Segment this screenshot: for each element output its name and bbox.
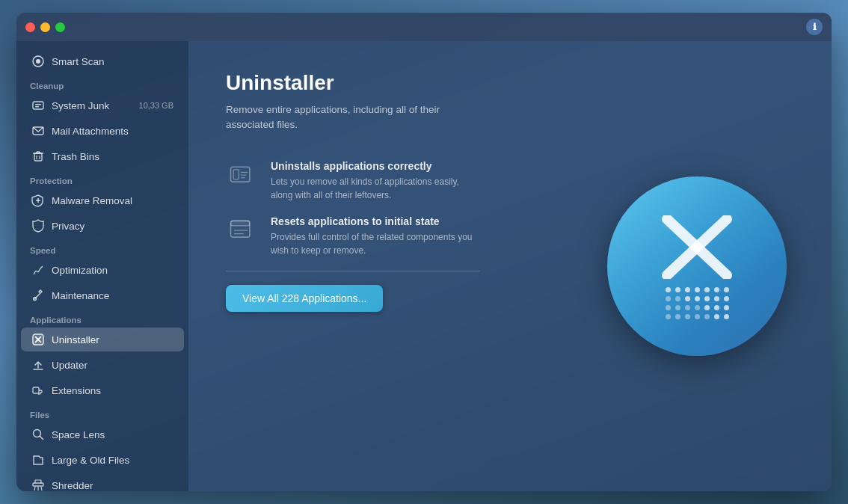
sidebar-item-smart-scan-label: Smart Scan xyxy=(52,56,173,67)
sidebar-section-speed: Speed xyxy=(16,239,188,257)
traffic-lights xyxy=(25,22,65,32)
svg-rect-4 xyxy=(35,106,39,108)
trash-icon xyxy=(31,150,45,163)
uninstaller-label: Uninstaller xyxy=(52,334,173,345)
updater-label: Updater xyxy=(52,360,173,371)
main-header: Uninstaller Remove entire applications, … xyxy=(226,71,794,133)
sidebar-item-updater[interactable]: Updater xyxy=(21,353,184,377)
svg-rect-26 xyxy=(33,483,43,486)
svg-rect-6 xyxy=(34,153,42,161)
maintenance-icon xyxy=(31,289,45,302)
svg-line-18 xyxy=(40,266,43,268)
feature-reset-text: Resets applications to initial state Pro… xyxy=(271,215,480,257)
mail-attachments-label: Mail Attachments xyxy=(52,126,173,137)
page-subtitle: Remove entire applications, including al… xyxy=(226,102,480,133)
sidebar: Smart Scan Cleanup System Junk 10,33 GB xyxy=(16,41,188,491)
sidebar-item-smart-scan[interactable]: Smart Scan xyxy=(21,49,184,73)
privacy-label: Privacy xyxy=(52,221,173,232)
sidebar-section-cleanup: Cleanup xyxy=(16,74,188,93)
svg-rect-2 xyxy=(33,102,43,109)
space-lens-label: Space Lens xyxy=(52,429,173,440)
svg-line-15 xyxy=(34,271,36,274)
maximize-button[interactable] xyxy=(55,22,65,32)
svg-rect-3 xyxy=(35,104,41,105)
main-content: Uninstaller Remove entire applications, … xyxy=(188,41,832,491)
sidebar-item-large-old-files[interactable]: Large & Old Files xyxy=(21,448,184,472)
feature-uninstall-text: Uninstalls applications correctly Lets y… xyxy=(271,160,480,202)
mail-icon xyxy=(31,124,45,138)
sidebar-section-files: Files xyxy=(16,403,188,422)
hero-icon xyxy=(607,176,787,356)
sidebar-item-malware-removal[interactable]: Malware Removal xyxy=(21,188,184,212)
system-junk-badge: 10,33 GB xyxy=(139,101,173,110)
svg-rect-23 xyxy=(33,387,39,393)
space-lens-icon xyxy=(31,428,45,441)
feature-reset-title: Resets applications to initial state xyxy=(271,215,480,227)
svg-line-27 xyxy=(34,487,35,491)
feature-reset-desc: Provides full control of the related com… xyxy=(271,230,480,257)
sidebar-item-privacy[interactable]: Privacy xyxy=(21,214,184,238)
close-button[interactable] xyxy=(25,22,35,32)
extensions-icon xyxy=(31,384,45,397)
svg-point-1 xyxy=(36,59,40,64)
large-old-files-label: Large & Old Files xyxy=(52,455,173,466)
app-window: ℹ Smart Scan Cleanup xyxy=(16,13,832,491)
large-files-icon xyxy=(31,453,45,467)
feature-uninstall-title: Uninstalls applications correctly xyxy=(271,160,480,172)
sidebar-item-uninstaller[interactable]: Uninstaller xyxy=(21,328,184,351)
feature-reset-icon xyxy=(226,215,257,247)
extensions-label: Extensions xyxy=(52,385,173,396)
malware-icon xyxy=(31,194,45,207)
malware-removal-label: Malware Removal xyxy=(52,195,173,206)
sidebar-item-system-junk[interactable]: System Junk 10,33 GB xyxy=(21,93,184,117)
optimization-label: Optimization xyxy=(52,265,173,276)
sidebar-item-maintenance[interactable]: Maintenance xyxy=(21,283,184,307)
hero-dots xyxy=(666,287,729,319)
updater-icon xyxy=(31,358,45,372)
feature-reset: Resets applications to initial state Pro… xyxy=(226,215,510,257)
hero-x-svg xyxy=(656,215,738,279)
maintenance-label: Maintenance xyxy=(52,290,173,301)
trash-bins-label: Trash Bins xyxy=(52,151,173,162)
title-bar: ℹ xyxy=(16,13,832,41)
svg-rect-39 xyxy=(231,221,250,225)
window-body: Smart Scan Cleanup System Junk 10,33 GB xyxy=(16,41,832,491)
system-junk-label: System Junk xyxy=(52,100,132,111)
features-list: Uninstalls applications correctly Lets y… xyxy=(226,160,510,257)
scan-icon xyxy=(31,55,45,68)
feature-uninstall: Uninstalls applications correctly Lets y… xyxy=(226,160,510,202)
feature-uninstall-desc: Lets you remove all kinds of application… xyxy=(271,175,480,202)
sidebar-item-mail-attachments[interactable]: Mail Attachments xyxy=(21,119,184,143)
view-all-button[interactable]: View All 228 Applications... xyxy=(226,285,383,312)
sidebar-item-optimization[interactable]: Optimization xyxy=(21,258,184,282)
sidebar-item-trash-bins[interactable]: Trash Bins xyxy=(21,144,184,168)
minimize-button[interactable] xyxy=(40,22,50,32)
svg-line-29 xyxy=(41,487,42,491)
desktop-background: ℹ Smart Scan Cleanup xyxy=(0,0,848,504)
sidebar-item-space-lens[interactable]: Space Lens xyxy=(21,422,184,446)
svg-line-17 xyxy=(38,268,40,272)
sidebar-section-applications: Applications xyxy=(16,308,188,327)
svg-line-25 xyxy=(40,437,43,440)
sidebar-item-shredder[interactable]: Shredder xyxy=(21,473,184,491)
uninstaller-icon xyxy=(31,333,45,346)
sidebar-item-extensions[interactable]: Extensions xyxy=(21,378,184,402)
system-junk-icon xyxy=(31,99,45,112)
hero-icon-inner xyxy=(652,214,742,319)
optimization-icon xyxy=(31,263,45,277)
sidebar-section-protection: Protection xyxy=(16,169,188,188)
shredder-label: Shredder xyxy=(52,480,173,491)
divider xyxy=(226,271,480,271)
info-button[interactable]: ℹ xyxy=(806,19,823,35)
svg-rect-34 xyxy=(233,169,239,179)
privacy-icon xyxy=(31,219,45,233)
shredder-icon xyxy=(31,479,45,491)
page-title: Uninstaller xyxy=(226,71,794,95)
feature-uninstall-icon xyxy=(226,160,257,191)
